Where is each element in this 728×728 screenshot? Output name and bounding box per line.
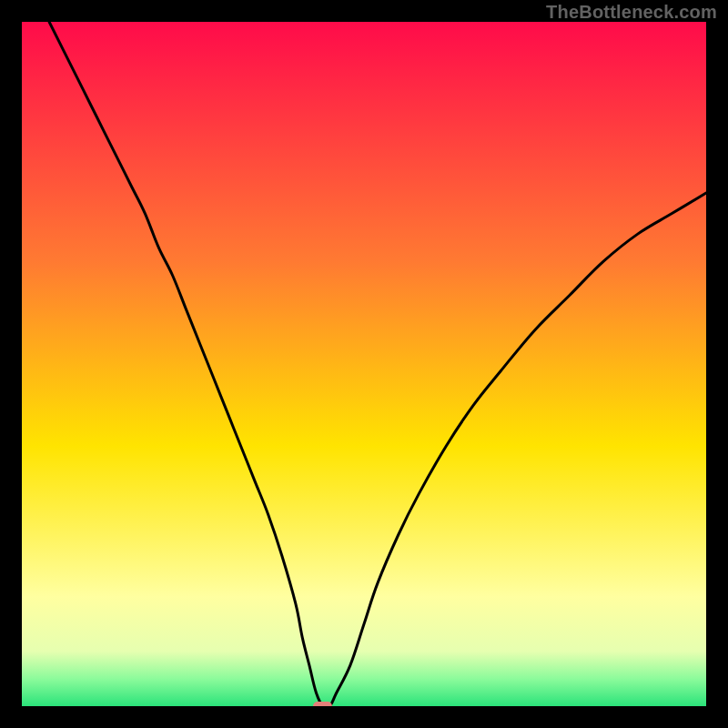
optimal-marker <box>313 702 332 706</box>
chart-frame: TheBottleneck.com <box>0 0 728 728</box>
bottleneck-curve <box>22 22 706 706</box>
plot-area <box>22 22 706 706</box>
watermark-text: TheBottleneck.com <box>546 2 717 23</box>
